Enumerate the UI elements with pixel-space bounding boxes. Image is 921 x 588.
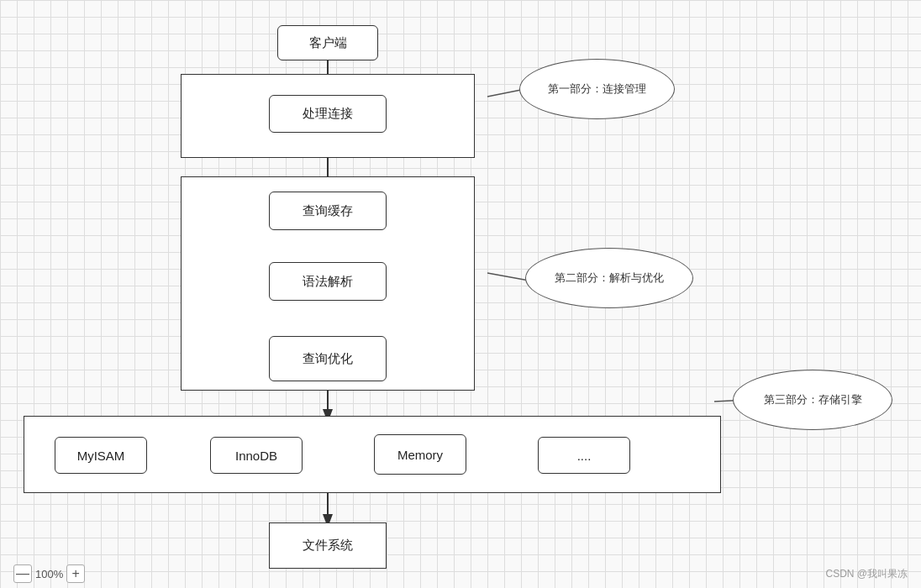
client-label: 客户端 [309,35,347,51]
connection-label: 处理连接 [303,106,353,122]
client-node: 客户端 [277,25,378,60]
memory-label: Memory [397,448,443,462]
innodb-label: InnoDB [235,449,277,463]
syntax-parse-node: 语法解析 [269,262,387,301]
query-cache-node: 查询缓存 [269,192,387,230]
connection-node: 处理连接 [269,95,387,133]
zoom-plus-button[interactable]: + [66,564,85,583]
zoom-minus-label: — [16,567,29,580]
watermark: CSDN @我叫果冻 [825,567,908,581]
zoom-minus-button[interactable]: — [13,564,32,583]
myisam-node: MyISAM [55,437,147,474]
etc-node: .... [538,437,630,474]
etc-label: .... [577,449,592,463]
bubble-part3: 第三部分：存储引擎 [733,370,892,430]
query-optimize-label: 查询优化 [303,351,353,367]
bubble-part3-label: 第三部分：存储引擎 [764,392,862,407]
bubble-part1: 第一部分：连接管理 [519,59,675,119]
query-optimize-node: 查询优化 [269,336,387,381]
filesystem-node: 文件系统 [269,522,387,569]
bubble-part2-label: 第二部分：解析与优化 [555,270,664,286]
bubble-part1-label: 第一部分：连接管理 [548,81,646,97]
bubble-part2: 第二部分：解析与优化 [525,248,693,308]
zoom-level-label: 100% [35,568,63,580]
syntax-parse-label: 语法解析 [303,274,353,290]
memory-node: Memory [374,434,466,475]
myisam-label: MyISAM [77,449,125,463]
zoom-plus-label: + [72,567,80,580]
innodb-node: InnoDB [210,437,303,474]
query-cache-label: 查询缓存 [303,203,353,219]
zoom-controls: — 100% + [13,564,85,583]
filesystem-label: 文件系统 [303,538,353,554]
watermark-text: CSDN @我叫果冻 [825,568,908,580]
